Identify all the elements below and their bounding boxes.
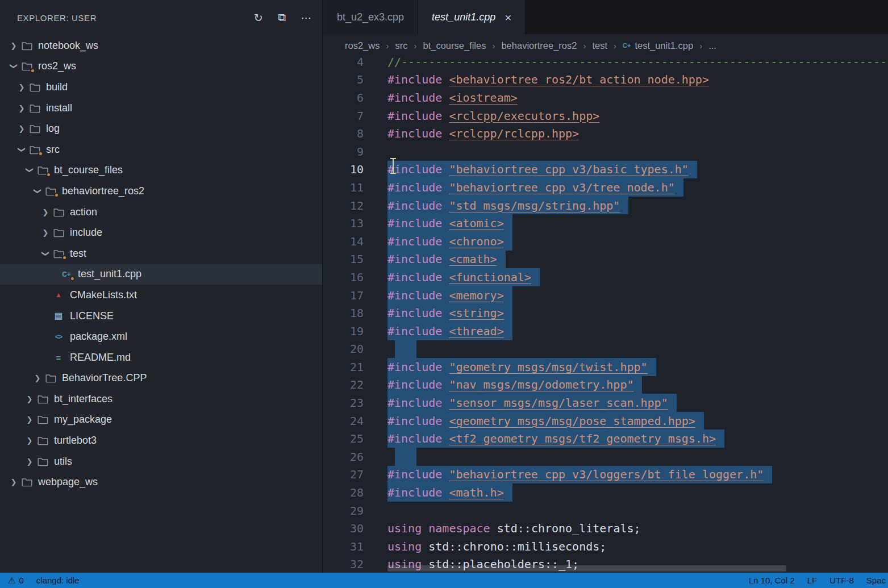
code-line-20[interactable]: 20 [323,340,888,358]
line-number[interactable]: 16 [323,268,364,286]
chevron-down-icon[interactable]: ❯ [41,247,50,260]
more-actions-icon[interactable]: ⋯ [301,11,312,24]
line-number[interactable]: 18 [323,304,364,322]
chevron-right-icon[interactable]: ❯ [15,104,28,112]
line-number[interactable]: 5 [323,71,364,89]
line-number[interactable]: 15 [323,251,364,269]
code-line-31[interactable]: 31using std::chrono::milliseconds; [323,537,888,556]
code-line-21[interactable]: 21#include "geometry_msgs/msg/twist.hpp" [323,358,888,376]
tree-item-src[interactable]: ❯src [0,139,322,160]
status-indentation-indicator[interactable]: Spac [866,576,886,585]
chevron-right-icon[interactable]: ❯ [39,208,52,216]
tree-item-turtlebot3[interactable]: ❯turtlebot3 [0,430,322,451]
breadcrumb-item-src[interactable]: src [395,40,407,51]
tree-item-behaviortree_ros2[interactable]: ❯behaviortree_ros2 [0,181,322,202]
status-cursor-position[interactable]: Ln 10, Col 2 [749,576,795,585]
breadcrumb-item-test[interactable]: test [592,40,607,51]
tree-item-action[interactable]: ❯action [0,202,322,223]
code-line-30[interactable]: 30using namespace std::chrono_literals; [323,519,888,537]
line-number[interactable]: 9 [323,143,364,161]
tree-item-include[interactable]: ❯include [0,222,322,243]
code-editor[interactable]: 4//-------------------------------------… [323,57,888,573]
tree-item-notebook_ws[interactable]: ❯notebook_ws [0,35,322,56]
line-number[interactable]: 31 [323,537,364,556]
tree-item-install[interactable]: ❯install [0,98,322,119]
line-number[interactable]: 30 [323,519,364,537]
tree-item-package.xml[interactable]: <>package.xml [0,326,322,347]
line-number[interactable]: 11 [323,178,364,197]
line-number[interactable]: 27 [323,466,364,484]
line-number[interactable]: 8 [323,124,364,143]
code-line-13[interactable]: 13#include <atomic> [323,214,888,232]
tree-item-bt_interfaces[interactable]: ❯bt_interfaces [0,389,322,410]
breadcrumb-item-bt_course_files[interactable]: bt_course_files [423,40,486,51]
chevron-right-icon[interactable]: ❯ [23,415,36,424]
code-line-9[interactable]: 9 [323,143,888,161]
code-line-5[interactable]: 5#include <behaviortree_ros2/bt_action_n… [323,71,888,89]
chevron-right-icon[interactable]: ❯ [7,41,20,50]
code-line-22[interactable]: 22#include "nav_msgs/msg/odometry.hpp" [323,376,888,394]
code-line-25[interactable]: 25#include <tf2_geometry_msgs/tf2_geomet… [323,429,888,448]
code-line-18[interactable]: 18#include <string> [323,304,888,322]
code-line-27[interactable]: 27#include "behaviortree_cpp_v3/loggers/… [323,466,888,484]
code-line-24[interactable]: 24#include <geometry_msgs/msg/pose_stamp… [323,412,888,430]
status-clangd-status[interactable]: clangd: idle [36,576,80,585]
line-number[interactable]: 25 [323,429,364,448]
code-line-7[interactable]: 7#include <rclcpp/executors.hpp> [323,107,888,125]
line-number[interactable]: 12 [323,197,364,215]
line-number[interactable]: 7 [323,107,364,125]
tree-item-webpage_ws[interactable]: ❯webpage_ws [0,472,322,493]
status-eol-indicator[interactable]: LF [807,576,818,585]
line-number[interactable]: 10 [323,161,364,179]
chevron-down-icon[interactable]: ❯ [10,60,18,73]
horizontal-scrollbar[interactable] [387,565,786,572]
chevron-right-icon[interactable]: ❯ [31,374,44,382]
tree-item-utils[interactable]: ❯utils [0,451,322,472]
line-number[interactable]: 17 [323,286,364,305]
line-number[interactable]: 28 [323,483,364,502]
line-number[interactable]: 23 [323,394,364,412]
close-icon[interactable]: × [505,11,511,23]
chevron-down-icon[interactable]: ❯ [34,184,42,198]
code-line-14[interactable]: 14#include <chrono> [323,232,888,251]
tree-item-ros2_ws[interactable]: ❯ros2_ws [0,56,322,77]
tree-item-LICENSE[interactable]: ▤LICENSE [0,306,322,327]
chevron-down-icon[interactable]: ❯ [26,164,34,177]
tree-item-build[interactable]: ❯build [0,77,322,98]
code-line-17[interactable]: 17#include <memory> [323,286,888,305]
line-number[interactable]: 29 [323,502,364,520]
breadcrumb-item-ros2_ws[interactable]: ros2_ws [345,40,380,51]
line-number[interactable]: 32 [323,556,364,573]
status-problems[interactable]: ⚠0 [8,576,24,586]
line-number[interactable]: 13 [323,214,364,232]
code-line-11[interactable]: 11#include "behaviortree_cpp_v3/tree_nod… [323,178,888,197]
code-line-26[interactable]: 26 [323,448,888,466]
breadcrumb-item-...[interactable]: ... [708,40,716,51]
line-number[interactable]: 22 [323,376,364,394]
tree-item-bt_course_files[interactable]: ❯bt_course_files [0,160,322,181]
line-number[interactable]: 24 [323,412,364,430]
line-number[interactable]: 4 [323,57,364,71]
code-line-19[interactable]: 19#include <thread> [323,322,888,340]
code-line-23[interactable]: 23#include "sensor_msgs/msg/laser_scan.h… [323,394,888,412]
code-line-28[interactable]: 28#include <math.h> [323,483,888,502]
line-number[interactable]: 26 [323,448,364,466]
breadcrumb-item-behaviortree_ros2[interactable]: behaviortree_ros2 [501,40,577,51]
tree-item-BehaviorTree.CPP[interactable]: ❯BehaviorTree.CPP [0,368,322,389]
chevron-right-icon[interactable]: ❯ [7,478,20,486]
code-line-8[interactable]: 8#include <rclcpp/rclcpp.hpp> [323,124,888,143]
code-line-10[interactable]: 10#include "behaviortree_cpp_v3/basic_ty… [323,161,888,179]
chevron-right-icon[interactable]: ❯ [15,124,28,133]
tree-item-log[interactable]: ❯log [0,118,322,139]
collapse-folders-icon[interactable]: ⧉ [278,11,286,24]
tab-bt_u2_ex3.cpp[interactable]: bt_u2_ex3.cpp [323,0,418,34]
tab-test_unit1.cpp[interactable]: test_unit1.cpp× [418,0,526,34]
chevron-right-icon[interactable]: ❯ [23,457,36,466]
tree-item-test[interactable]: ❯test [0,243,322,264]
status-encoding-indicator[interactable]: UTF-8 [829,576,854,585]
line-number[interactable]: 20 [323,340,364,358]
line-number[interactable]: 19 [323,322,364,340]
chevron-right-icon[interactable]: ❯ [15,83,28,91]
refresh-icon[interactable]: ↻ [254,11,264,24]
tree-item-CMakeLists.txt[interactable]: ▲CMakeLists.txt [0,285,322,306]
